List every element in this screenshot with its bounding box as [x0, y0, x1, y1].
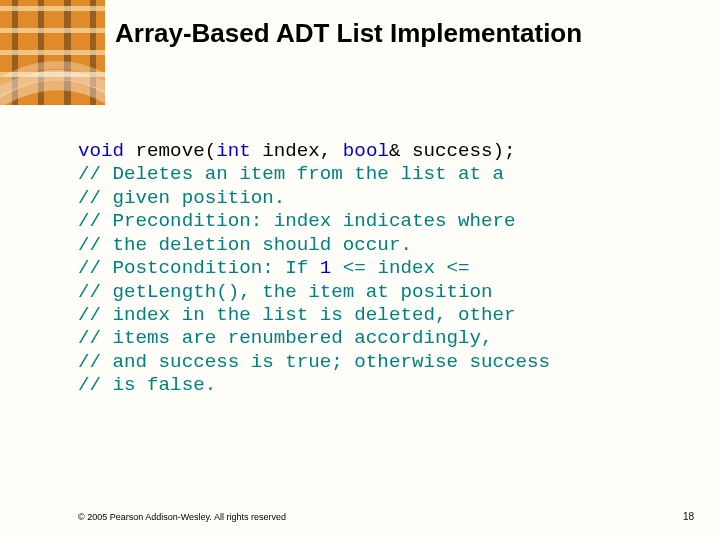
comment-line: // is false. — [78, 374, 216, 396]
title-area: Array-Based ADT List Implementation — [115, 18, 700, 49]
code-block: void remove(int index, bool& success); /… — [78, 140, 690, 398]
comment-line: // the deletion should occur. — [78, 234, 412, 256]
svg-rect-5 — [0, 6, 105, 11]
page-number: 18 — [683, 511, 694, 522]
code-line-signature: void remove(int index, bool& success); — [78, 140, 516, 162]
comment-line: // index in the list is deleted, other — [78, 304, 516, 326]
comment-line: // given position. — [78, 187, 285, 209]
svg-rect-7 — [0, 50, 105, 55]
slide-title: Array-Based ADT List Implementation — [115, 18, 700, 49]
literal-one: 1 — [320, 257, 332, 279]
copyright-text: © 2005 Pearson Addison-Wesley. All right… — [78, 512, 286, 522]
comment-line-postcond: // Postcondition: If 1 <= index <= — [78, 257, 470, 279]
corner-graphic — [0, 0, 105, 105]
comment-line: // and success is true; otherwise succes… — [78, 351, 550, 373]
svg-rect-6 — [0, 28, 105, 33]
keyword-int: int — [216, 140, 251, 162]
keyword-bool: bool — [343, 140, 389, 162]
keyword-void: void — [78, 140, 124, 162]
comment-line: // Precondition: index indicates where — [78, 210, 516, 232]
comment-line: // getLength(), the item at position — [78, 281, 493, 303]
comment-line: // items are renumbered accordingly, — [78, 327, 493, 349]
comment-line: // Deletes an item from the list at a — [78, 163, 504, 185]
